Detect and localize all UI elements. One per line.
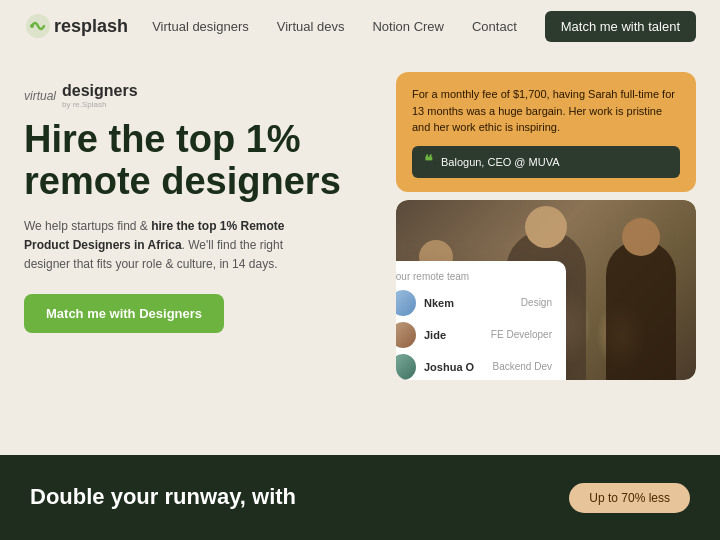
hero-tag-byline: by re.Splash <box>62 100 138 109</box>
nav-item-virtual-devs[interactable]: Virtual devs <box>277 17 345 35</box>
person-head-3 <box>525 206 567 248</box>
hero-right: For a monthly fee of $1,700, having Sara… <box>396 72 696 380</box>
hero-tag-designers: designers <box>62 82 138 99</box>
hero-tag-designers-wrap: designers by re.Splash <box>62 82 138 109</box>
member-role-3: Backend Dev <box>493 361 552 372</box>
team-member-3: Joshua O Backend Dev <box>396 354 552 380</box>
quote-icon: ❝ <box>424 154 433 170</box>
nav-item-notion-crew[interactable]: Notion Crew <box>372 17 444 35</box>
nav-cta-link[interactable]: Match me with talent <box>545 11 696 42</box>
bottom-badge: Up to 70% less <box>569 483 690 513</box>
team-card: Your remote team Nkem Design Jide FE Dev… <box>396 261 566 380</box>
testimonial-card: For a monthly fee of $1,700, having Sara… <box>396 72 696 192</box>
team-card-title: Your remote team <box>396 271 552 282</box>
hero-desc: We help startups find & hire the top 1% … <box>24 217 304 275</box>
bottom-title: Double your runway, with <box>30 484 296 510</box>
member-role-1: Design <box>521 297 552 308</box>
member-name-1: Nkem <box>424 297 513 309</box>
nav-links: Virtual designers Virtual devs Notion Cr… <box>152 17 696 35</box>
person-silhouette-2 <box>606 240 676 380</box>
member-avatar-2 <box>396 322 416 348</box>
person-head-2 <box>622 218 660 256</box>
testimonial-text: For a monthly fee of $1,700, having Sara… <box>412 86 680 136</box>
member-avatar-3 <box>396 354 416 380</box>
hero-left: virtual designers by re.Splash Hire the … <box>24 72 372 380</box>
bottom-section: Double your runway, with Up to 70% less <box>0 455 720 540</box>
hero-title-line2: remote designers <box>24 160 341 202</box>
hero-tag-virtual: virtual <box>24 89 56 103</box>
nav-cta-item[interactable]: Match me with talent <box>545 17 696 35</box>
hero-cta-button[interactable]: Match me with Designers <box>24 294 224 333</box>
hero-photo: Your remote team Nkem Design Jide FE Dev… <box>396 200 696 380</box>
team-member-2: Jide FE Developer <box>396 322 552 348</box>
hero-title: Hire the top 1% remote designers <box>24 119 372 203</box>
testimonial-author: ❝ Balogun, CEO @ MUVA <box>412 146 680 178</box>
hero-title-line1: Hire the top 1% <box>24 118 301 160</box>
member-avatar-1 <box>396 290 416 316</box>
navbar: resplash Virtual designers Virtual devs … <box>0 0 720 52</box>
logo[interactable]: resplash <box>24 12 128 40</box>
svg-point-1 <box>30 24 34 28</box>
member-name-2: Jide <box>424 329 483 341</box>
nav-item-contact[interactable]: Contact <box>472 17 517 35</box>
team-member-1: Nkem Design <box>396 290 552 316</box>
member-name-3: Joshua O <box>424 361 485 373</box>
logo-splash-text: splash <box>71 16 128 36</box>
nav-item-virtual-designers[interactable]: Virtual designers <box>152 17 249 35</box>
hero-section: virtual designers by re.Splash Hire the … <box>0 52 720 380</box>
logo-icon <box>24 12 52 40</box>
author-name: Balogun, CEO @ MUVA <box>441 156 560 168</box>
member-role-2: FE Developer <box>491 329 552 340</box>
hero-tag: virtual designers by re.Splash <box>24 82 372 109</box>
logo-re-text: re <box>54 16 71 36</box>
